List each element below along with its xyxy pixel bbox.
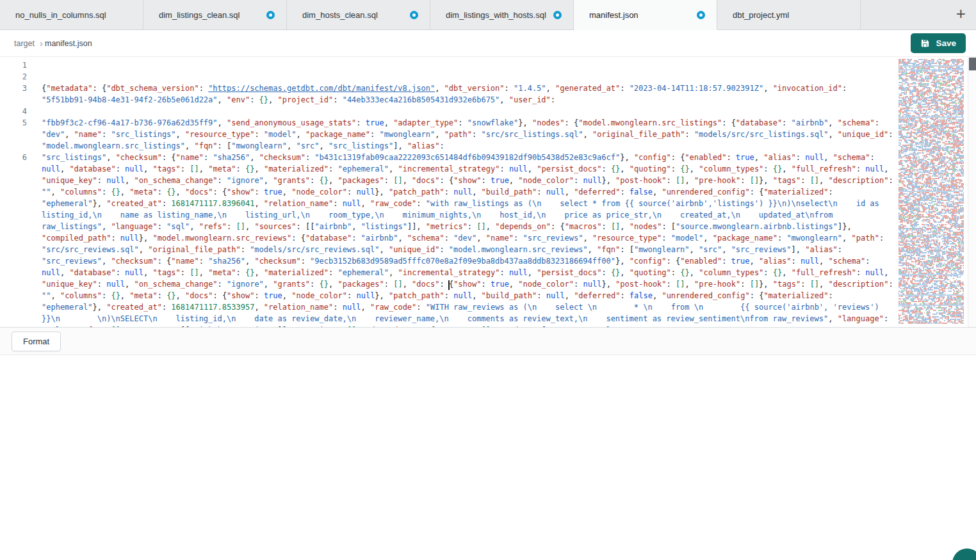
code-text: "src_listings", "checksum": {"name": "sh…	[42, 152, 897, 327]
code-text	[42, 106, 897, 117]
tab-strip: no_nulls_in_columns.sqldim_listings_clea…	[0, 0, 976, 30]
line-number: 4	[0, 106, 27, 117]
tab-label: dbt_project.yml	[733, 10, 789, 20]
line-number: 2	[0, 71, 27, 83]
unsaved-changes-dot-icon[interactable]	[266, 11, 275, 19]
tab-dim-listings-clean-sql[interactable]: dim_listings_clean.sql	[143, 0, 287, 29]
tab-dbt-project-yml[interactable]: dbt_project.yml	[717, 0, 861, 29]
code-editor[interactable]: 1 2 3{"metadata": {"dbt_schema_version":…	[0, 57, 976, 327]
code-text: "fbb9f3c2-cf96-4a17-b736-976a62d35ff9", …	[42, 117, 897, 152]
format-toolbar: Format	[0, 327, 976, 355]
code-line[interactable]: 4	[0, 106, 897, 117]
editor-scrollbar-thumb[interactable]	[969, 58, 976, 70]
tab-no-nulls-in-columns-sql[interactable]: no_nulls_in_columns.sql	[0, 0, 143, 29]
tab-label: dim_listings_with_hosts.sql	[446, 10, 546, 20]
tab-manifest-json[interactable]: manifest.json	[574, 0, 717, 29]
code-line[interactable]: 5"fbb9f3c2-cf96-4a17-b736-976a62d35ff9",…	[0, 117, 897, 152]
dbt-ide-window: { "tabs": { "items": [ { "label": "no_nu…	[0, 0, 976, 560]
line-number: 1	[0, 60, 27, 71]
tab-label: dim_listings_clean.sql	[159, 10, 240, 20]
save-floppy-icon	[920, 38, 930, 48]
tab-strip-filler: +	[861, 0, 976, 29]
unsaved-changes-dot-icon[interactable]	[410, 11, 418, 19]
save-button-label: Save	[936, 38, 956, 48]
tab-dim-listings-with-hosts-sql[interactable]: dim_listings_with_hosts.sql	[430, 0, 574, 29]
tab-label: dim_hosts_clean.sql	[302, 10, 378, 20]
tab-label: no_nulls_in_columns.sql	[15, 10, 106, 20]
tab-label: manifest.json	[589, 10, 638, 20]
unsaved-changes-dot-icon[interactable]	[553, 11, 562, 19]
breadcrumb-separator-icon: ›	[40, 38, 43, 49]
code-line[interactable]: 1	[0, 60, 897, 71]
line-number: 6	[0, 152, 27, 327]
code-line[interactable]: 2	[0, 71, 897, 83]
file-toolbar: target › manifest.json Save	[0, 30, 976, 57]
minimap[interactable]	[897, 57, 968, 327]
line-number: 3	[0, 83, 27, 106]
code-line[interactable]: 3{"metadata": {"dbt_schema_version": "ht…	[0, 83, 897, 106]
code-text	[42, 71, 897, 83]
editor-scrollbar[interactable]	[968, 57, 976, 327]
breadcrumb-file: manifest.json	[45, 39, 92, 48]
new-tab-button[interactable]: +	[946, 5, 976, 24]
format-button[interactable]: Format	[12, 332, 61, 351]
text-caret	[448, 280, 450, 290]
results-panel	[0, 355, 976, 560]
line-number: 5	[0, 117, 27, 152]
code-text	[42, 60, 897, 71]
save-button[interactable]: Save	[911, 33, 966, 53]
tab-dim-hosts-clean-sql[interactable]: dim_hosts_clean.sql	[287, 0, 430, 29]
breadcrumb-folder: target	[14, 39, 35, 48]
code-text: {"metadata": {"dbt_schema_version": "htt…	[42, 83, 897, 106]
code-line[interactable]: 6"src_listings", "checksum": {"name": "s…	[0, 152, 897, 327]
unsaved-changes-dot-icon[interactable]	[697, 11, 705, 19]
